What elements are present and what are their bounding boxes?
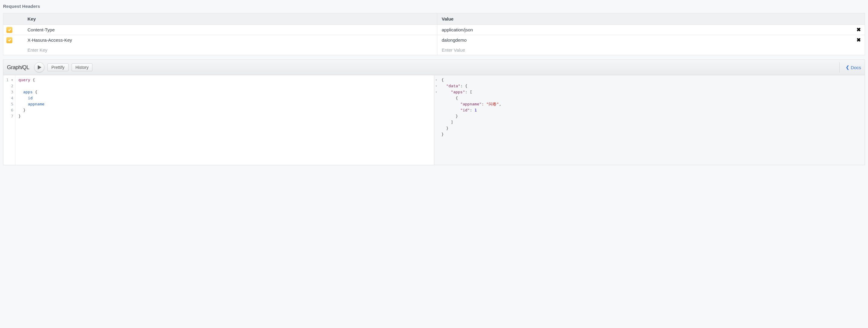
headers-title: Request Headers [0, 0, 868, 13]
close-icon: ✖ [857, 37, 861, 43]
graphiql-logo: GraphiQL [7, 64, 29, 71]
prettify-button[interactable]: Prettify [48, 63, 68, 71]
headers-header-row: Key Value [3, 13, 865, 25]
header-key-label: Key [16, 13, 437, 25]
row-value[interactable]: dalongdemo [437, 35, 852, 45]
result-code: { "data": { "apps": [ { "appname": "问卷",… [438, 75, 865, 165]
headers-table: Key Value Content-Typeapplication/json✖X… [3, 13, 865, 55]
docs-label: Docs [851, 65, 861, 70]
query-code[interactable]: query { apps { id appname }} [16, 75, 434, 165]
table-row: Content-Typeapplication/json✖ [3, 25, 865, 35]
row-checkbox[interactable] [6, 37, 12, 43]
new-check-spacer [3, 48, 16, 52]
result-fold-gutter: ▾▾▾ [434, 75, 438, 165]
row-key[interactable]: X-Hasura-Access-Key [16, 35, 437, 45]
history-button[interactable]: History [71, 63, 93, 71]
row-checkbox-cell [3, 35, 16, 45]
chevron-left-icon: ❮ [846, 65, 849, 70]
query-editor[interactable]: 1 ▾234567 query { apps { id appname }} [3, 75, 434, 165]
header-value-label: Value [437, 13, 852, 25]
row-checkbox-cell [3, 25, 16, 35]
row-key[interactable]: Content-Type [16, 25, 437, 35]
row-value[interactable]: application/json [437, 25, 852, 35]
new-value-input[interactable] [441, 48, 848, 53]
result-pane: ▾▾▾ { "data": { "apps": [ { "appname": "… [434, 75, 865, 165]
graphiql-body: 1 ▾234567 query { apps { id appname }} ▾… [3, 75, 865, 165]
query-gutter: 1 ▾234567 [3, 75, 16, 165]
docs-toggle[interactable]: ❮ Docs [839, 62, 861, 72]
close-icon: ✖ [857, 27, 861, 33]
new-value-cell [437, 45, 852, 55]
row-checkbox[interactable] [6, 27, 12, 33]
graphiql-panel: GraphiQL Prettify History ❮ Docs 1 ▾2345… [3, 60, 865, 165]
headers-new-row [3, 45, 865, 55]
new-key-cell [16, 45, 437, 55]
graphiql-toolbar: GraphiQL Prettify History ❮ Docs [3, 60, 865, 75]
play-button[interactable] [34, 62, 44, 72]
table-row: X-Hasura-Access-Keydalongdemo✖ [3, 35, 865, 45]
new-key-input[interactable] [28, 48, 425, 53]
row-delete[interactable]: ✖ [852, 25, 865, 35]
row-delete[interactable]: ✖ [852, 35, 865, 45]
new-del-spacer [852, 48, 865, 52]
